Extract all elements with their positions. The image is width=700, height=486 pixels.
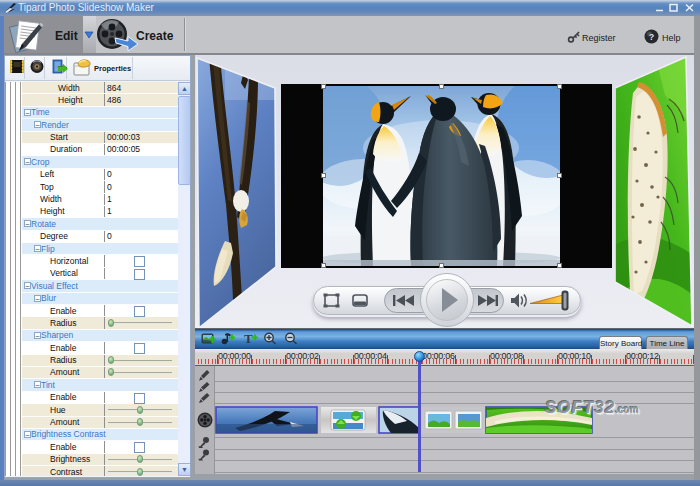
svg-text:?: ? bbox=[649, 32, 655, 42]
svg-text:T: T bbox=[244, 331, 253, 346]
